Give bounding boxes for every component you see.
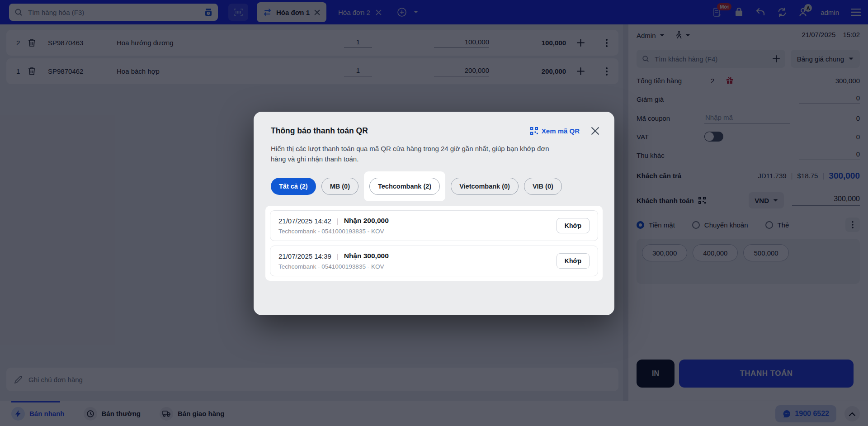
- techcombank-highlight: Techcombank (2): [364, 171, 445, 201]
- qr-payment-modal: Thông báo thanh toán QR Xem mã QR Hiển t…: [254, 112, 614, 315]
- match-button[interactable]: Khớp: [557, 218, 590, 233]
- filter-mb[interactable]: MB (0): [321, 178, 359, 195]
- transaction-row: 21/07/2025 14:39 | Nhận 300,000 Techcomb…: [270, 246, 598, 276]
- transaction-detail: Techcombank - 0541000193835 - KOV: [278, 228, 389, 235]
- transaction-amount: Nhận 300,000: [344, 252, 389, 260]
- modal-title: Thông báo thanh toán QR: [271, 126, 368, 136]
- filter-vietcombank[interactable]: Vietcombank (0): [451, 178, 519, 195]
- qr-icon: [530, 127, 538, 135]
- match-button[interactable]: Khớp: [557, 253, 590, 269]
- filter-vib[interactable]: VIB (0): [524, 178, 562, 195]
- view-qr-link[interactable]: Xem mã QR: [530, 127, 580, 135]
- transaction-row: 21/07/2025 14:42 | Nhận 200,000 Techcomb…: [270, 210, 598, 241]
- close-modal-icon[interactable]: [591, 127, 599, 135]
- transaction-datetime: 21/07/2025 14:39: [278, 252, 331, 260]
- view-qr-label: Xem mã QR: [542, 127, 580, 135]
- transaction-detail: Techcombank - 0541000193835 - KOV: [278, 263, 389, 270]
- transaction-amount: Nhận 200,000: [344, 217, 389, 225]
- transactions-highlight: 21/07/2025 14:42 | Nhận 200,000 Techcomb…: [265, 206, 603, 281]
- filter-techcombank[interactable]: Techcombank (2): [369, 178, 440, 195]
- modal-description: Hiển thị các lượt thanh toán qua mã QR c…: [254, 136, 584, 164]
- transaction-datetime: 21/07/2025 14:42: [278, 217, 331, 225]
- filter-all[interactable]: Tất cả (2): [271, 178, 316, 195]
